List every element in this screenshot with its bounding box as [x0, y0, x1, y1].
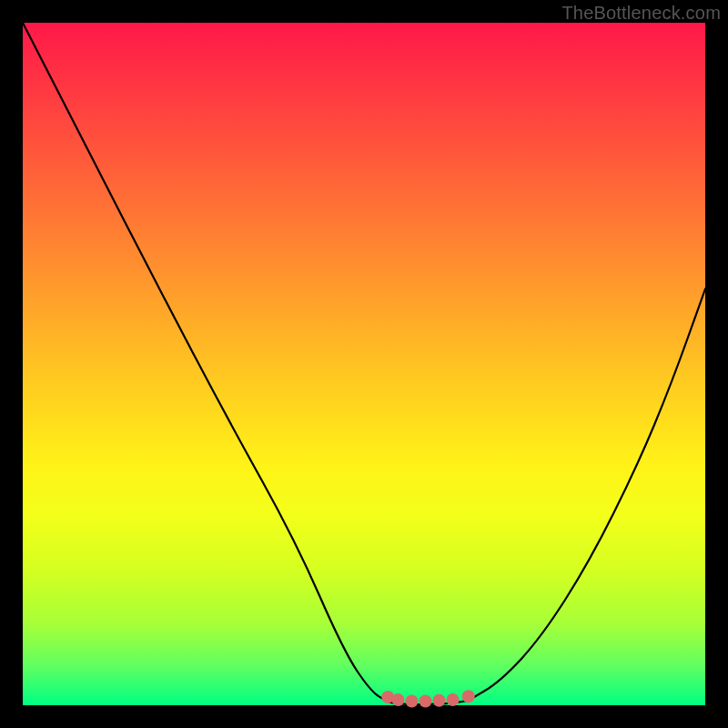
valley-marker-7: [462, 690, 475, 703]
valley-marker-3: [406, 695, 419, 708]
valley-marker-6: [447, 693, 460, 706]
valley-marker-5: [433, 694, 446, 707]
valley-markers: [381, 690, 475, 707]
valley-marker-4: [420, 695, 432, 708]
chart-plot-area: [23, 23, 705, 705]
bottleneck-curve: [23, 23, 705, 704]
chart-frame: TheBottleneck.com: [0, 0, 728, 728]
watermark-text: TheBottleneck.com: [561, 3, 721, 24]
chart-svg: [23, 23, 705, 705]
valley-marker-2: [392, 693, 405, 706]
